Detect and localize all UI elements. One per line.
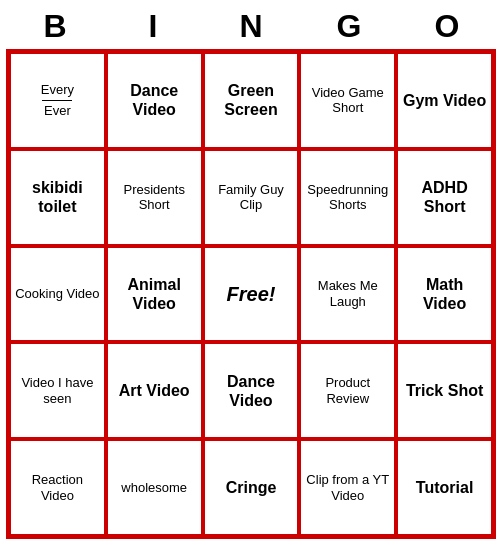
bingo-letter-i: I bbox=[109, 8, 197, 45]
bingo-cell-r0-c0: EveryEver bbox=[9, 52, 106, 149]
bingo-cell-r3-c2: Dance Video bbox=[203, 342, 300, 439]
bingo-cell-r1-c2: Family Guy Clip bbox=[203, 149, 300, 246]
bingo-cell-r1-c1: Presidents Short bbox=[106, 149, 203, 246]
bingo-grid: EveryEverDance VideoGreen ScreenVideo Ga… bbox=[6, 49, 496, 539]
bingo-cell-r4-c2: Cringe bbox=[203, 439, 300, 536]
bingo-cell-r3-c3: Product Review bbox=[299, 342, 396, 439]
bingo-letter-o: O bbox=[403, 8, 491, 45]
bingo-cell-r2-c2: Free! bbox=[203, 246, 300, 343]
bingo-cell-r4-c3: Clip from a YT Video bbox=[299, 439, 396, 536]
bingo-cell-r2-c3: Makes Me Laugh bbox=[299, 246, 396, 343]
bingo-cell-r1-c4: ADHD Short bbox=[396, 149, 493, 246]
bingo-cell-r4-c1: wholesome bbox=[106, 439, 203, 536]
bingo-cell-r2-c1: Animal Video bbox=[106, 246, 203, 343]
bingo-cell-r0-c2: Green Screen bbox=[203, 52, 300, 149]
bingo-cell-r2-c0: Cooking Video bbox=[9, 246, 106, 343]
bingo-cell-r4-c0: Reaction Video bbox=[9, 439, 106, 536]
bingo-header: BINGO bbox=[6, 0, 496, 49]
bingo-cell-r0-c1: Dance Video bbox=[106, 52, 203, 149]
bingo-cell-r0-c3: Video Game Short bbox=[299, 52, 396, 149]
bingo-letter-b: B bbox=[11, 8, 99, 45]
bingo-letter-g: G bbox=[305, 8, 393, 45]
bingo-cell-r1-c3: Speedrunning Shorts bbox=[299, 149, 396, 246]
bingo-letter-n: N bbox=[207, 8, 295, 45]
bingo-cell-r0-c4: Gym Video bbox=[396, 52, 493, 149]
bingo-cell-r2-c4: Math Video bbox=[396, 246, 493, 343]
bingo-cell-r4-c4: Tutorial bbox=[396, 439, 493, 536]
bingo-cell-r3-c0: Video I have seen bbox=[9, 342, 106, 439]
bingo-cell-r3-c1: Art Video bbox=[106, 342, 203, 439]
bingo-cell-r3-c4: Trick Shot bbox=[396, 342, 493, 439]
bingo-cell-r1-c0: skibidi toilet bbox=[9, 149, 106, 246]
